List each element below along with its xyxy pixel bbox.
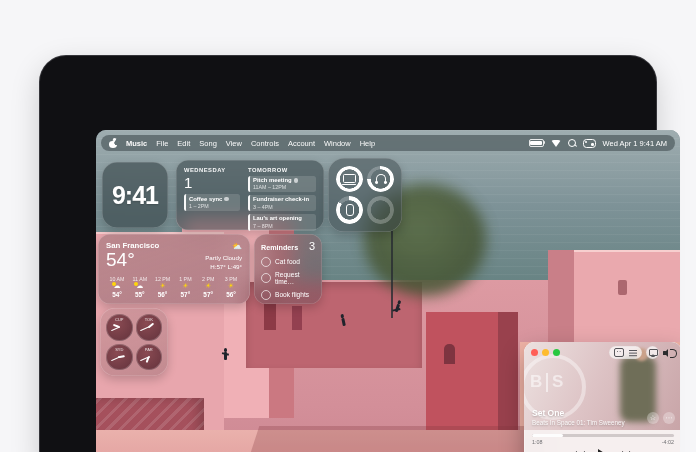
hour-temp: 57° xyxy=(203,291,213,298)
airplay-icon[interactable] xyxy=(646,346,659,359)
menu-bar: Music File Edit Song View Controls Accou… xyxy=(101,135,675,151)
person-standing xyxy=(224,352,227,360)
reminder-label: Book flights xyxy=(275,291,309,298)
calendar-tomorrow-label: TOMORROW xyxy=(248,167,316,173)
weather-hour: 2 PM ☀ 57° xyxy=(197,276,219,298)
zoom-button[interactable] xyxy=(553,349,560,356)
sun-icon: ☀ xyxy=(205,282,211,291)
more-options-button[interactable]: ⋯ xyxy=(663,412,675,424)
calendar-event[interactable]: Lau's art opening 7 – 8PM xyxy=(248,214,316,231)
calendar-widget[interactable]: WEDNESDAY 1 Coffee sync 1 – 2PM TOMORROW… xyxy=(176,160,324,230)
hour-hand xyxy=(148,323,154,328)
menu-item-song[interactable]: Song xyxy=(199,139,217,148)
hour-temp: 56° xyxy=(158,291,168,298)
checkbox-circle-icon[interactable] xyxy=(261,257,271,267)
battery-ring xyxy=(367,196,394,224)
menu-item-view[interactable]: View xyxy=(226,139,242,148)
minimize-button[interactable] xyxy=(542,349,549,356)
menu-item-account[interactable]: Account xyxy=(288,139,315,148)
menu-item-edit[interactable]: Edit xyxy=(177,139,190,148)
clock-time: 9:41 xyxy=(112,181,158,210)
battery-icon[interactable] xyxy=(529,139,544,148)
stage: Music File Edit Song View Controls Accou… xyxy=(0,0,696,452)
calendar-event[interactable]: Fundraiser check-in 3 – 4PM xyxy=(248,195,316,212)
weather-hour: 3 PM ☀ 56° xyxy=(220,276,242,298)
wallpaper-arch xyxy=(444,344,455,364)
battery-ring-empty xyxy=(367,196,394,224)
reminders-widget[interactable]: Reminders 3 Cat food Request time… Book … xyxy=(254,234,322,304)
transport-controls: ⇄ ↻ xyxy=(524,444,680,452)
album-logo-s: S xyxy=(552,372,563,392)
checkbox-circle-icon[interactable] xyxy=(261,290,271,300)
batteries-widget[interactable] xyxy=(328,158,402,232)
weather-left: San Francisco 54° xyxy=(106,241,159,272)
weather-condition: Partly Cloudy xyxy=(205,253,242,262)
music-window-toolbar xyxy=(524,342,680,363)
calendar-event[interactable]: Coffee sync 1 – 2PM xyxy=(184,194,240,211)
calendar-event-time: 11AM – 12PM xyxy=(253,184,313,190)
calendar-event-title: Coffee sync xyxy=(189,196,222,202)
hour-label: 3 PM xyxy=(225,276,237,282)
microphone-icon xyxy=(294,178,299,183)
calendar-event-time: 1 – 2PM xyxy=(189,203,237,209)
checkbox-circle-icon[interactable] xyxy=(261,273,271,283)
menu-item-controls[interactable]: Controls xyxy=(251,139,279,148)
hour-temp: 56° xyxy=(226,291,236,298)
menu-item-help[interactable]: Help xyxy=(360,139,375,148)
clock-face-sydney: SYD xyxy=(106,344,133,371)
apple-menu-icon[interactable] xyxy=(109,139,117,148)
hour-hand xyxy=(119,355,125,358)
volume-icon[interactable] xyxy=(663,348,675,358)
search-icon[interactable] xyxy=(568,139,576,147)
reminder-item[interactable]: Book flights xyxy=(261,290,315,300)
progress-bar[interactable] xyxy=(532,434,674,437)
reminder-item[interactable]: Request time… xyxy=(261,271,315,285)
now-playing-meta: Set One Beats In Space 01: Tim Sweeney xyxy=(532,408,625,426)
laptop-icon xyxy=(343,174,356,183)
control-center-icon[interactable] xyxy=(583,139,596,148)
minute-hand xyxy=(111,356,120,361)
device-bezel: Music File Edit Song View Controls Accou… xyxy=(40,56,656,452)
calendar-event[interactable]: Pitch meeting 11AM – 12PM xyxy=(248,176,316,193)
reminder-item[interactable]: Cat food xyxy=(261,257,315,267)
clock-widget[interactable]: 9:41 xyxy=(102,162,168,228)
minute-hand xyxy=(140,327,149,332)
world-clock-widget[interactable]: CUP TOK SYD PAR xyxy=(100,308,168,376)
sun-icon: ☀ xyxy=(159,282,165,291)
weather-widget[interactable]: San Francisco 54° ⛅ Partly Cloudy H:57° … xyxy=(98,234,250,304)
toolbar-pill xyxy=(609,346,642,359)
sun-icon: ☀ xyxy=(228,282,234,291)
city-label: SYD xyxy=(106,347,133,352)
calendar-event-time: 3 – 4PM xyxy=(253,204,313,210)
partly-cloudy-icon: ☁ xyxy=(114,282,121,291)
clock-face-tokyo: TOK xyxy=(136,314,163,341)
hour-label: 2 PM xyxy=(202,276,214,282)
menu-item-window[interactable]: Window xyxy=(324,139,351,148)
battery-ring-mouse xyxy=(336,196,363,224)
calendar-date: 1 xyxy=(184,174,240,191)
close-button[interactable] xyxy=(531,349,538,356)
reminders-count: 3 xyxy=(309,240,315,252)
calendar-event-title: Pitch meeting xyxy=(253,177,292,183)
weather-temp: 54° xyxy=(106,250,159,270)
queue-icon[interactable] xyxy=(629,349,637,356)
song-title: Set One xyxy=(532,408,625,418)
wifi-icon[interactable] xyxy=(551,140,561,147)
battery-ring-headphones xyxy=(367,166,394,192)
lyrics-icon[interactable] xyxy=(614,348,624,357)
wallpaper-doorway xyxy=(292,306,302,330)
hour-temp: 54° xyxy=(112,291,122,298)
menu-bar-clock[interactable]: Wed Apr 1 9:41 AM xyxy=(603,139,667,148)
menu-item-music[interactable]: Music xyxy=(126,139,147,148)
album-title: Beats In Space 01: Tim Sweeney xyxy=(532,419,625,426)
weather-hour: 1 PM ☀ 57° xyxy=(174,276,196,298)
sun-icon: ☀ xyxy=(182,282,188,291)
favorite-star-button[interactable]: ☆ xyxy=(647,412,659,424)
album-logo-divider xyxy=(546,373,548,392)
battery-ring-laptop xyxy=(336,166,363,192)
menu-item-file[interactable]: File xyxy=(156,139,168,148)
coffee-cup-icon xyxy=(224,197,229,202)
city-label: CUP xyxy=(106,317,133,322)
calendar-event-title: Fundraiser check-in xyxy=(253,196,313,203)
music-mini-player-window[interactable]: B S xyxy=(524,342,680,452)
